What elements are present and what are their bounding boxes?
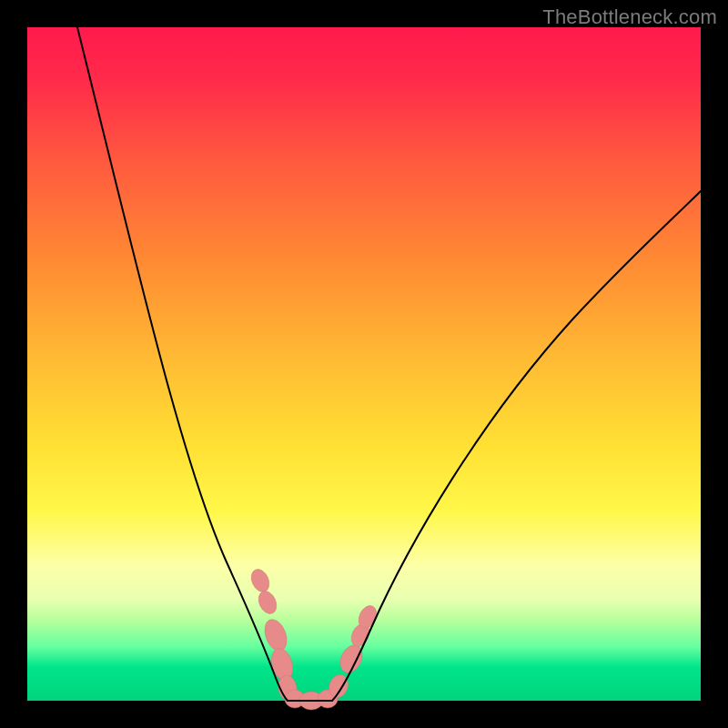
marker-point: [261, 616, 291, 653]
curve-right-branch: [332, 191, 701, 701]
chart-frame: TheBottleneck.com: [0, 0, 728, 728]
plot-area: [27, 27, 701, 701]
marker-group: [248, 566, 379, 710]
marker-point: [255, 588, 279, 616]
curve-left-branch: [77, 27, 288, 701]
marker-point: [248, 566, 272, 594]
chart-svg: [27, 27, 701, 701]
watermark-text: TheBottleneck.com: [542, 5, 717, 29]
